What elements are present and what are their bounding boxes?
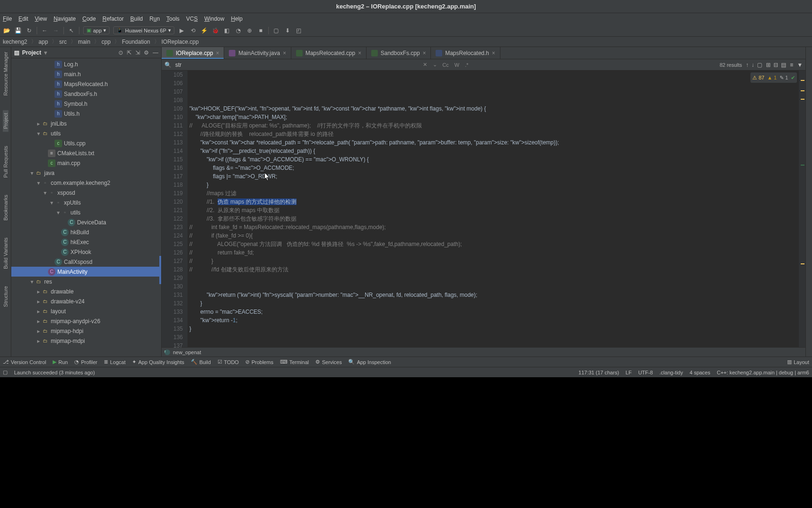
- code-line-113[interactable]: flags &= ~"mac">O_ACCMODE;: [187, 164, 799, 172]
- tool-app-inspection[interactable]: 🔍 App Inspection: [348, 359, 391, 365]
- match-case-toggle[interactable]: Cc: [442, 62, 450, 68]
- tree-item-utils-h[interactable]: hUtils.h: [11, 109, 161, 119]
- add-selection-icon[interactable]: ⊞: [766, 62, 771, 68]
- tree-item-devicedata[interactable]: CDeviceData: [11, 217, 161, 227]
- prev-match-icon[interactable]: ↑: [746, 62, 749, 68]
- tool-app-quality-insights[interactable]: ✦ App Quality Insights: [132, 359, 184, 365]
- collapse-all-icon[interactable]: ⇲: [135, 49, 140, 56]
- tree-item-xsposd[interactable]: ▾▫xsposd: [11, 188, 161, 198]
- tree-item-main-h[interactable]: hmain.h: [11, 69, 161, 79]
- code-line-118[interactable]: //2. 从原来的 maps 中取数据: [187, 206, 799, 214]
- undo-build-icon[interactable]: ↖: [68, 27, 75, 34]
- menu-code[interactable]: Code: [82, 16, 96, 22]
- menu-window[interactable]: Window: [204, 16, 225, 22]
- code-line-126[interactable]: [187, 274, 799, 282]
- tree-item-utils[interactable]: ▾🗀utils: [11, 128, 161, 138]
- tool-run[interactable]: ▶ Run: [53, 359, 68, 365]
- tree-item-res[interactable]: ▾🗀res: [11, 277, 161, 286]
- code-line-132[interactable]: }: [187, 325, 799, 333]
- code-line-105[interactable]: [187, 96, 799, 104]
- tree-item-utils-cpp[interactable]: cUtils.cpp: [11, 138, 161, 148]
- menu-refactor[interactable]: Refactor: [102, 16, 124, 22]
- tool-project[interactable]: Project: [3, 110, 8, 132]
- code-content[interactable]: ⚠ 87 ▲ 1 ✎ 1 ✔ "kw">HOOK_DEF("kw">int, "…: [187, 71, 799, 347]
- editor-tabs[interactable]: IOReplace.cpp×MainActivity.java×MapsRelo…: [162, 47, 805, 59]
- tool-build[interactable]: 🔨 Build: [191, 359, 211, 365]
- stop-icon[interactable]: ■: [257, 27, 265, 34]
- back-icon[interactable]: ←: [41, 27, 48, 34]
- code-line-108[interactable]: // ALOGE("目标应用 openat: %s", pathname); /…: [187, 121, 799, 130]
- tree-item-cmakelists-txt[interactable]: ≡CMakeLists.txt: [11, 148, 161, 158]
- tool-problems[interactable]: ⊘ Problems: [245, 359, 273, 365]
- tree-item-mapsrelocated-h[interactable]: hMapsRelocated.h: [11, 79, 161, 89]
- apply-changes-icon[interactable]: ⚡: [201, 27, 208, 34]
- tool-bookmarks[interactable]: Bookmarks: [3, 192, 8, 223]
- tool-terminal[interactable]: ⌨ Terminal: [280, 359, 309, 365]
- breadcrumb[interactable]: kecheng2〉 app〉 src〉 main〉 cpp〉 Foundatio…: [0, 37, 812, 47]
- code-line-106[interactable]: "kw">HOOK_DEF("kw">int, "fn">openat, "kw…: [187, 104, 799, 113]
- run-config-dropdown[interactable]: ▣app▾: [83, 26, 109, 34]
- code-line-125[interactable]: // //fd 创建失败后使用原来的方法: [187, 265, 799, 274]
- sync-icon[interactable]: ↻: [25, 27, 33, 34]
- menu-bar[interactable]: File Edit View Navigate Code Refactor Bu…: [0, 13, 812, 24]
- settings-icon[interactable]: ⚙: [144, 49, 149, 56]
- close-tab-icon[interactable]: ×: [283, 50, 286, 56]
- tab-sandboxfs-cpp[interactable]: SandboxFs.cpp×: [367, 47, 431, 59]
- code-line-114[interactable]: flags |= "mac">O_RDWR;: [187, 172, 799, 181]
- breadcrumb-item[interactable]: Foundation: [122, 39, 150, 45]
- close-search-icon[interactable]: ✕: [422, 62, 428, 68]
- tree-item-com-example-kecheng2[interactable]: ▾▫com.example.kecheng2: [11, 178, 161, 188]
- code-line-119[interactable]: //3. 拿那些不包含敏感字符串的数据: [187, 214, 799, 223]
- sdk-icon[interactable]: ⬇: [284, 27, 291, 34]
- project-tree[interactable]: hLog.hhmain.hhMapsRelocated.hhSandboxFs.…: [11, 58, 161, 357]
- tree-item-xphook[interactable]: CXPHook: [11, 247, 161, 257]
- code-line-111[interactable]: "kw">if ("fn">__predict_true(relocated_p…: [187, 147, 799, 155]
- line-separator[interactable]: LF: [625, 370, 632, 375]
- avd-icon[interactable]: ▢: [273, 27, 280, 34]
- line-number-gutter[interactable]: 1051061071081091101111121131141151161171…: [162, 71, 187, 347]
- menu-edit[interactable]: Edit: [18, 16, 28, 22]
- breadcrumb-item[interactable]: src: [59, 39, 67, 45]
- code-line-122[interactable]: // ALOGE("openat 方法回调 伪造的fd: %d 替换路径 %s …: [187, 240, 799, 248]
- tree-item-xputils[interactable]: ▾▫xpUtils: [11, 198, 161, 207]
- menu-help[interactable]: Help: [231, 16, 242, 22]
- open-icon[interactable]: 📂: [3, 27, 10, 34]
- tree-item-drawable-v24[interactable]: ▸🗀drawable-v24: [11, 296, 161, 306]
- tree-item-utils[interactable]: ▾▫utils: [11, 207, 161, 217]
- tool-services[interactable]: ⚙ Services: [315, 359, 342, 365]
- select-opened-icon[interactable]: ⊙: [118, 49, 123, 56]
- menu-build[interactable]: Build: [130, 16, 143, 22]
- code-editor[interactable]: 1051061071081091101111121131141151161171…: [162, 71, 805, 347]
- menu-navigate[interactable]: Navigate: [54, 16, 76, 22]
- tab-mapsrelocated-cpp[interactable]: MapsRelocated.cpp×: [291, 47, 367, 59]
- code-line-124[interactable]: // }: [187, 257, 799, 265]
- profile-icon[interactable]: ◔: [234, 27, 242, 34]
- expand-all-icon[interactable]: ⇱: [127, 49, 132, 56]
- inspection-summary[interactable]: ⚠ 87 ▲ 1 ✎ 1 ✔: [750, 72, 797, 83]
- breadcrumb-item[interactable]: app: [39, 39, 48, 45]
- tool-build-variants[interactable]: Build Variants: [3, 235, 8, 272]
- menu-run[interactable]: Run: [149, 16, 160, 22]
- save-icon[interactable]: 💾: [14, 27, 22, 34]
- rerun-icon[interactable]: ⟲: [189, 27, 197, 34]
- select-all-icon[interactable]: ▢: [757, 62, 762, 68]
- code-line-123[interactable]: // return fake_fd;: [187, 248, 799, 257]
- code-line-130[interactable]: errno = "mac">EACCES;: [187, 308, 799, 316]
- code-line-112[interactable]: "kw">if ((flags & "mac">O_ACCMODE) == "m…: [187, 155, 799, 164]
- breadcrumb-item[interactable]: IOReplace.cpp: [162, 39, 199, 45]
- menu-tools[interactable]: Tools: [166, 16, 180, 22]
- select-occurrences-icon[interactable]: ▤: [781, 62, 786, 68]
- debug-icon[interactable]: 🐞: [212, 27, 219, 34]
- breadcrumb-item[interactable]: main: [78, 39, 90, 45]
- tab-mainactivity-java[interactable]: MainActivity.java×: [224, 47, 291, 59]
- hide-icon[interactable]: —: [153, 49, 158, 56]
- tree-item-hkexec[interactable]: ChkExec: [11, 237, 161, 247]
- remove-selection-icon[interactable]: ⊟: [773, 62, 778, 68]
- tree-item-main-cpp[interactable]: cmain.cpp: [11, 158, 161, 168]
- search-input[interactable]: [175, 62, 418, 68]
- code-line-129[interactable]: }: [187, 299, 799, 308]
- build-context[interactable]: C++: kecheng2.app.main | debug | arm6: [717, 370, 809, 375]
- tree-item-drawable[interactable]: ▸🗀drawable: [11, 286, 161, 296]
- tree-item-symbol-h[interactable]: hSymbol.h: [11, 99, 161, 109]
- tool-pull-requests[interactable]: Pull Requests: [3, 143, 8, 181]
